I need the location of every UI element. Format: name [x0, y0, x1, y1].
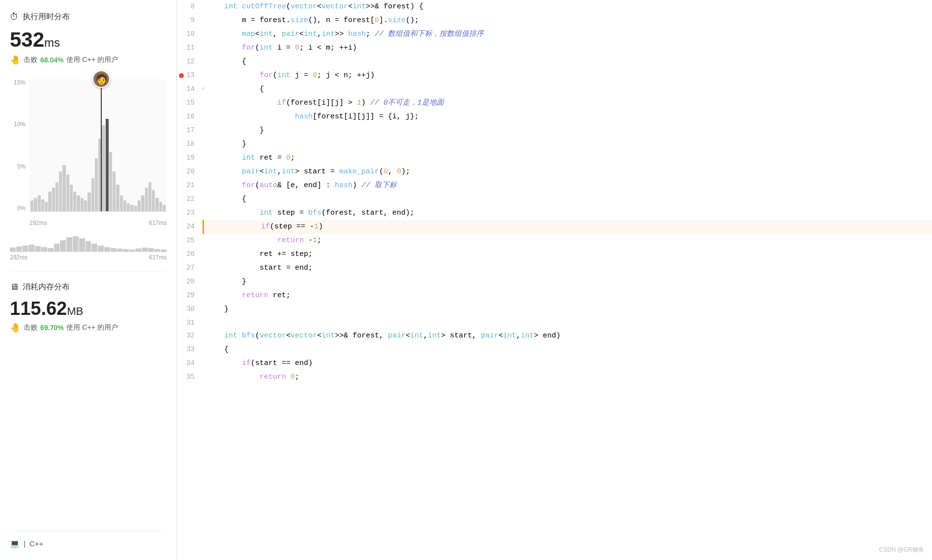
code-content: [203, 316, 932, 329]
line-number: 14: [177, 83, 203, 96]
line-number: 12: [177, 55, 203, 69]
memory-percent: 69.70%: [40, 324, 63, 332]
timing-percent: 68.04%: [40, 56, 63, 64]
table-row: 34 if(start == end): [177, 357, 932, 370]
line-number: 17: [177, 124, 203, 138]
memory-beat-info: 🤚 击败 69.70% 使用 C++ 的用户: [10, 322, 167, 333]
line-number: 24: [177, 220, 203, 234]
mini-chart-x-labels: 292ms 617ms: [10, 254, 167, 261]
memory-value: 115.62MB: [10, 298, 167, 319]
code-content: if(forest[i][j] > 1) // 0不可走，1是地面: [203, 96, 932, 110]
line-number: 27: [177, 261, 203, 275]
memory-icon: 🖥: [10, 282, 19, 292]
line-number: 29: [177, 289, 203, 303]
code-content: }: [203, 124, 932, 138]
table-row: 12 {: [177, 55, 932, 69]
line-number: 11: [177, 41, 203, 55]
table-row: 20 pair<int,int> start = make_pair(0, 0)…: [177, 165, 932, 179]
code-content: hash[forest[i][j]] = {i, j};: [203, 110, 932, 124]
code-content: }: [203, 303, 932, 316]
timing-beat-info: 🤚 击败 68.04% 使用 C++ 的用户: [10, 55, 167, 65]
code-content: ret += step;: [203, 248, 932, 261]
mini-chart-bars: [10, 232, 167, 252]
code-content: int cutOffTree(vector<vector<int>>& fore…: [203, 0, 932, 14]
timing-chart: 15% 10% 5% 0%: [10, 79, 167, 226]
code-content: for(int j = 0; j < n; ++j): [203, 69, 932, 83]
table-row: 30 }: [177, 303, 932, 316]
table-row: 16 hash[forest[i][j]] = {i, j};: [177, 110, 932, 124]
line-number: 30: [177, 303, 203, 316]
code-content: for(auto& [e, end] : hash) // 取下标: [203, 179, 932, 193]
table-row: 11 for(int i = 0; i < m; ++i): [177, 41, 932, 55]
table-row: 9 m = forest.size(), n = forest[0].size(…: [177, 14, 932, 28]
code-content: if(start == end): [203, 357, 932, 370]
line-number: 19: [177, 151, 203, 165]
code-content: pair<int,int> start = make_pair(0, 0);: [203, 165, 932, 179]
line-number: 13: [177, 69, 203, 83]
table-row: 18 }: [177, 138, 932, 151]
code-content: start = end;: [203, 261, 932, 275]
table-row: 15 if(forest[i][j] > 1) // 0不可走，1是地面: [177, 96, 932, 110]
chart-bars: [29, 79, 167, 211]
code-content: if(step == -1): [203, 220, 932, 234]
line-number: 15: [177, 96, 203, 110]
code-content: {: [203, 193, 932, 206]
chart-area: 🧑: [29, 79, 167, 212]
code-content: {: [203, 343, 932, 357]
code-content: {: [203, 55, 932, 69]
code-content: m = forest.size(), n = forest[0].size();: [203, 14, 932, 28]
table-row: 14 {: [177, 83, 932, 96]
line-number: 26: [177, 248, 203, 261]
chart-cursor: 🧑: [101, 79, 102, 211]
table-row: 24 if(step == -1): [177, 220, 932, 234]
table-row: 23 int step = bfs(forest, start, end);: [177, 206, 932, 220]
table-row: 29 return ret;: [177, 289, 932, 303]
code-content: return -1;: [203, 234, 932, 248]
table-row: 22 {: [177, 193, 932, 206]
memory-section-header: 🖥 消耗内存分布: [10, 282, 167, 292]
line-number: 8: [177, 0, 203, 14]
code-content: return ret;: [203, 289, 932, 303]
code-content: return 0;: [203, 370, 932, 384]
timing-value: 532ms: [10, 28, 167, 52]
code-content: int bfs(vector<vector<int>>& forest, pai…: [203, 329, 932, 343]
beat-icon-timing: 🤚: [10, 55, 21, 65]
code-panel[interactable]: 8 int cutOffTree(vector<vector<int>>& fo…: [177, 0, 932, 560]
language-label: 💻 | C++: [10, 531, 167, 548]
line-number: 35: [177, 370, 203, 384]
table-row: 28 }: [177, 275, 932, 289]
code-content: }: [203, 275, 932, 289]
table-row: 8 int cutOffTree(vector<vector<int>>& fo…: [177, 0, 932, 14]
line-number: 34: [177, 357, 203, 370]
line-number: 20: [177, 165, 203, 179]
line-number: 9: [177, 14, 203, 28]
table-row: 27 start = end;: [177, 261, 932, 275]
table-row: 26 ret += step;: [177, 248, 932, 261]
table-row: 13 for(int j = 0; j < n; ++j): [177, 69, 932, 83]
table-row: 35 return 0;: [177, 370, 932, 384]
code-icon: 💻: [10, 539, 20, 548]
code-content: }: [203, 138, 932, 151]
memory-title: 消耗内存分布: [23, 282, 70, 292]
table-row: 17 }: [177, 124, 932, 138]
clock-icon: ⏱: [10, 12, 19, 22]
chart-y-labels: 15% 10% 5% 0%: [10, 79, 28, 212]
code-content: for(int i = 0; i < m; ++i): [203, 41, 932, 55]
table-row: 10 map<int, pair<int,int>> hash; // 数组值和…: [177, 28, 932, 41]
line-number: 16: [177, 110, 203, 124]
line-number: 28: [177, 275, 203, 289]
table-row: 32 int bfs(vector<vector<int>>& forest, …: [177, 329, 932, 343]
timing-title: 执行用时分布: [23, 12, 70, 22]
line-number: 18: [177, 138, 203, 151]
line-number: 23: [177, 206, 203, 220]
table-row: 19 int ret = 0;: [177, 151, 932, 165]
line-number: 33: [177, 343, 203, 357]
code-content: int ret = 0;: [203, 151, 932, 165]
line-number: 25: [177, 234, 203, 248]
beat-icon-memory: 🤚: [10, 322, 21, 333]
line-number: 22: [177, 193, 203, 206]
watermark: CSDN @GR鲫鱼: [879, 546, 924, 554]
code-content: int step = bfs(forest, start, end);: [203, 206, 932, 220]
table-row: 31: [177, 316, 932, 329]
chart-x-labels: 292ms 617ms: [29, 218, 167, 226]
